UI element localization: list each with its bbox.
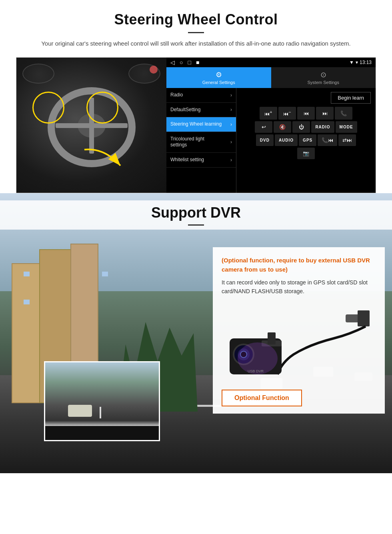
control-row-2: ↩ 🔇 ⏻ RADIO MODE <box>239 121 373 133</box>
inset-road <box>45 362 159 440</box>
home-icon[interactable]: ○ <box>180 59 183 66</box>
dvr-divider <box>188 224 204 226</box>
chevron-icon-4: › <box>230 139 232 145</box>
power-button[interactable]: ⏻ <box>292 121 310 133</box>
mode-label: MODE <box>340 125 353 129</box>
dvd-button[interactable]: DVD <box>256 134 274 146</box>
svg-rect-2 <box>358 310 370 326</box>
menu-controls-area: Radio › DefaultSetting › Steering Wheel … <box>166 88 376 193</box>
gps-button[interactable]: GPS <box>299 134 316 146</box>
mute-icon: 🔇 <box>279 124 286 130</box>
shuffle-next-button[interactable]: ⇄⏭ <box>338 134 356 146</box>
radio-button[interactable]: RADIO <box>311 121 334 133</box>
audio-label: AUDIO <box>279 138 294 142</box>
recents-icon[interactable]: □ <box>188 59 191 66</box>
call-prev-button[interactable]: 📞⏮ <box>318 134 337 146</box>
title-divider <box>188 32 204 33</box>
control-row-1: ⏮+ ⏮− ⏮ ⏭ 📞 <box>239 107 373 120</box>
menu-item-steering-wheel[interactable]: Steering Wheel learning › <box>166 117 236 132</box>
dvr-title-area: Support DVR <box>0 200 392 230</box>
return-icon: ↩ <box>262 124 266 130</box>
begin-learn-row: Begin learn <box>239 90 373 105</box>
menu-item-steering-label: Steering Wheel learning <box>170 121 222 128</box>
mode-button[interactable]: MODE <box>336 121 357 133</box>
tab-general-label: General Settings <box>202 80 235 85</box>
dvd-label: DVD <box>260 138 270 142</box>
dvr-info-card: (Optional function, require to buy exter… <box>213 247 385 414</box>
chevron-icon-5: › <box>230 157 232 163</box>
svg-rect-8 <box>268 332 276 344</box>
android-ui-panel: ◁ ○ □ ■ ▼ ▾ 13:13 ⚙ General Settings <box>166 58 376 193</box>
arrow-icon <box>80 146 128 178</box>
camera-button[interactable]: 📷 <box>297 148 315 159</box>
chevron-icon: › <box>230 92 232 98</box>
steering-wheel-section: Steering Wheel Control Your original car… <box>0 0 392 193</box>
menu-item-tricoloured[interactable]: Tricoloured lightsettings › <box>166 132 236 153</box>
dvr-device-art: USB DVR <box>222 302 376 382</box>
optional-function-button[interactable]: Optional Function <box>222 390 302 406</box>
vol-plus-icon: ⏮+ <box>264 110 272 117</box>
steering-panel: ◁ ○ □ ■ ▼ ▾ 13:13 ⚙ General Settings <box>16 57 376 193</box>
call-prev-icon: 📞⏮ <box>322 137 333 143</box>
prev-button[interactable]: ⏮ <box>297 107 315 120</box>
prev-icon: ⏮ <box>304 110 309 116</box>
mute-button[interactable]: 🔇 <box>274 121 291 133</box>
call-button[interactable]: 📞 <box>335 107 352 120</box>
begin-learn-button[interactable]: Begin learn <box>331 92 371 104</box>
vol-minus-button[interactable]: ⏮− <box>278 107 296 120</box>
control-row-3: DVD AUDIO GPS 📞⏮ ⇄⏭ <box>239 134 373 146</box>
signal-icon: ▼ <box>349 60 354 65</box>
page-title: Steering Wheel Control <box>16 11 376 28</box>
tab-system-settings[interactable]: ⊙ System Settings <box>271 67 376 88</box>
svg-text:USB DVR: USB DVR <box>248 369 264 373</box>
control-row-4: 📷 <box>239 148 373 159</box>
menu-item-tricoloured-label: Tricoloured lightsettings <box>170 136 204 148</box>
menu-item-whitelist[interactable]: Whitelist setting › <box>166 153 236 168</box>
call-icon: 📞 <box>340 110 347 116</box>
status-bar: ◁ ○ □ ■ ▼ ▾ 13:13 <box>166 58 376 67</box>
dvr-section: Support DVR (Optional function, require … <box>0 193 392 473</box>
settings-icon: ⊙ <box>320 70 326 79</box>
wifi-icon: ▾ <box>356 60 358 65</box>
clock: 13:13 <box>360 60 372 65</box>
dvr-optional-text: (Optional function, require to buy exter… <box>222 256 376 274</box>
menu-icon[interactable]: ■ <box>196 59 199 66</box>
chevron-icon-3: › <box>230 122 232 127</box>
controls-area: Begin learn ⏮+ ⏮− ⏮ ⏭ 📞 ↩ 🔇 ⏻ <box>236 88 376 193</box>
camera-icon: 📷 <box>303 150 309 156</box>
chevron-icon-2: › <box>230 107 232 112</box>
dvr-cable-svg: USB DVR <box>222 302 376 382</box>
dvr-section-title: Support DVR <box>4 204 388 221</box>
tab-general-settings[interactable]: ⚙ General Settings <box>166 67 271 88</box>
highlight-circle-right <box>86 92 118 124</box>
highlight-circle-left <box>32 92 64 124</box>
tab-system-label: System Settings <box>308 80 339 85</box>
dvr-description: It can record video only to storage in G… <box>222 278 376 296</box>
menu-item-whitelist-label: Whitelist setting <box>170 157 204 163</box>
menu-item-default-label: DefaultSetting <box>170 107 200 113</box>
radio-label: RADIO <box>315 125 330 129</box>
menu-item-defaultsetting[interactable]: DefaultSetting › <box>166 103 236 118</box>
menu-item-radio-label: Radio <box>170 92 183 98</box>
vol-minus-icon: ⏮− <box>283 110 291 117</box>
status-bar-icons: ▼ ▾ 13:13 <box>349 60 372 65</box>
steering-wheel-image <box>16 58 166 193</box>
power-icon: ⏻ <box>299 124 304 130</box>
gps-label: GPS <box>303 138 312 142</box>
tabs-row: ⚙ General Settings ⊙ System Settings <box>166 67 376 88</box>
menu-item-radio[interactable]: Radio › <box>166 88 236 103</box>
back-button[interactable]: ↩ <box>255 121 272 133</box>
shuffle-next-icon: ⇄⏭ <box>342 137 352 143</box>
menu-list: Radio › DefaultSetting › Steering Wheel … <box>166 88 236 193</box>
next-button[interactable]: ⏭ <box>316 107 334 120</box>
dvr-inset-video <box>44 361 160 441</box>
next-icon: ⏭ <box>322 110 328 116</box>
section-subtitle: Your original car's steering wheel contr… <box>24 39 368 48</box>
gear-icon: ⚙ <box>216 70 222 79</box>
vol-plus-button[interactable]: ⏮+ <box>260 107 277 120</box>
audio-button[interactable]: AUDIO <box>275 134 298 146</box>
inset-car <box>68 405 92 417</box>
back-icon[interactable]: ◁ <box>170 59 175 66</box>
